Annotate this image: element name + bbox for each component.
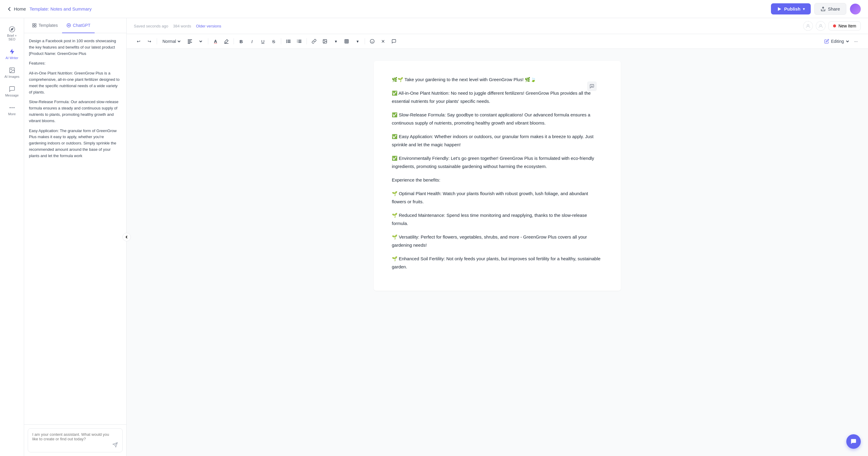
table-dropdown-button[interactable]: ▾ (352, 36, 362, 46)
toolbar-divider-2 (208, 38, 208, 44)
table-icon (344, 39, 349, 44)
strikethrough-button[interactable]: S (269, 36, 278, 46)
publish-button[interactable]: Publish ▾ (771, 3, 811, 15)
chat-input-area (24, 424, 126, 456)
more-options-button[interactable]: ··· (851, 36, 861, 46)
tab-chatgpt[interactable]: ChatGPT (62, 18, 95, 33)
underline-button[interactable]: U (258, 36, 268, 46)
nav-right: Publish ▾ Share (771, 3, 861, 15)
table-button[interactable] (342, 36, 351, 46)
align-chevron-icon (199, 40, 202, 43)
sidebar-label-brief-seo: Brief + SEO (4, 34, 20, 41)
bullet-list-icon (286, 39, 291, 44)
content-text-1: ✅ Slow-Release Formula: Say goodbye to c… (392, 112, 590, 125)
chat-message-0: Design a Facebook post in 100 words show… (29, 38, 121, 57)
svg-point-17 (820, 24, 822, 26)
content-paragraph-7: 🌱 Versatility: Perfect for flowers, vege… (392, 233, 603, 249)
highlight-button[interactable] (221, 36, 231, 46)
image-insert-button[interactable] (320, 36, 330, 46)
svg-point-27 (286, 42, 287, 43)
older-versions-link[interactable]: Older versions (196, 24, 221, 28)
sidebar-item-more[interactable]: More (1, 101, 23, 119)
sidebar-item-message[interactable]: Message (1, 83, 23, 100)
link-button[interactable] (309, 36, 319, 46)
editor-inner[interactable]: 🌿🌱 Take your gardening to the next level… (374, 61, 621, 291)
word-count: 384 words (173, 24, 191, 28)
redo-button[interactable]: ↪ (145, 36, 154, 46)
breadcrumb-link[interactable]: Notes and Summary (50, 6, 92, 11)
numbered-list-button[interactable]: 1.2.3. (294, 36, 304, 46)
image-dropdown-button[interactable]: ▾ (331, 36, 341, 46)
publish-dropdown-arrow: ▾ (803, 7, 805, 11)
svg-rect-9 (33, 24, 34, 25)
bold-button[interactable]: B (236, 36, 246, 46)
templates-tab-label: Templates (38, 23, 58, 28)
chat-text-2: All-in-One Plant Nutrition: GreenGrow Pl… (29, 70, 121, 95)
content-paragraph-2: ✅ Easy Application: Whether indoors or o… (392, 133, 603, 149)
clear-format-icon (381, 39, 385, 44)
chevron-left-icon (7, 7, 12, 11)
panel: Templates ChatGPT Design a Facebook post… (24, 18, 127, 456)
home-button[interactable]: Home (7, 6, 26, 11)
content-text-2: ✅ Easy Application: Whether indoors or o… (392, 134, 593, 147)
toolbar-divider-6 (365, 38, 365, 44)
add-comment-icon[interactable] (587, 81, 597, 91)
panel-wrapper: Templates ChatGPT Design a Facebook post… (24, 18, 127, 456)
sidebar-item-ai-writer[interactable]: AI Writer (1, 45, 23, 63)
edit-icon (824, 39, 829, 44)
svg-rect-12 (35, 26, 36, 27)
compass-icon (9, 26, 16, 33)
svg-rect-24 (287, 40, 290, 40)
highlight-icon (224, 39, 229, 44)
avatar-placeholder-1 (803, 21, 813, 31)
saved-status: Saved seconds ago (134, 24, 168, 28)
content-paragraph-5: 🌱 Optimal Plant Health: Watch your plant… (392, 190, 603, 206)
svg-marker-2 (11, 28, 13, 30)
format-style-label: Normal (162, 39, 176, 44)
sidebar-label-message: Message (5, 93, 19, 97)
svg-rect-28 (287, 42, 290, 43)
chat-send-button[interactable] (111, 440, 119, 449)
chat-text-1: Features: (29, 60, 121, 67)
message-icon (9, 86, 16, 92)
sidebar-item-ai-images[interactable]: AI Images (1, 64, 23, 81)
clear-format-button[interactable] (378, 36, 388, 46)
tab-templates[interactable]: Templates (28, 18, 62, 33)
emoji-button[interactable] (367, 36, 377, 46)
italic-button[interactable]: I (247, 36, 257, 46)
chat-input-wrapper (28, 428, 123, 452)
svg-marker-3 (10, 49, 14, 54)
chat-input[interactable] (32, 432, 110, 446)
format-style-dropdown[interactable]: Normal (159, 38, 184, 45)
bullet-list-button[interactable] (284, 36, 293, 46)
new-item-area: New Item (803, 21, 861, 31)
breadcrumb: Template: Notes and Summary (30, 6, 92, 11)
share-button[interactable]: Share (814, 3, 846, 15)
image-insert-icon (322, 39, 327, 44)
share-label: Share (828, 6, 840, 11)
content-text-3: ✅ Environmentally Friendly: Let's go gre… (392, 155, 594, 169)
content-paragraph-3: ✅ Environmentally Friendly: Let's go gre… (392, 154, 603, 170)
svg-point-36 (324, 40, 324, 41)
align-dropdown-button[interactable] (196, 36, 206, 46)
content-text-8: 🌱 Enhanced Soil Fertility: Not only feed… (392, 256, 600, 269)
send-icon (113, 442, 118, 448)
content-text-6: 🌱 Reduced Maintenance: Spend less time m… (392, 212, 587, 226)
editor-meta: Saved seconds ago 384 words Older versio… (134, 24, 798, 28)
breadcrumb-prefix: Template: (30, 6, 50, 11)
svg-rect-19 (188, 41, 191, 41)
chat-text-3: Slow-Release Formula: Our advanced slow-… (29, 99, 121, 124)
text-color-button[interactable]: A (211, 36, 220, 46)
undo-button[interactable]: ↩ (134, 36, 144, 46)
sidebar-item-brief-seo[interactable]: Brief + SEO (1, 23, 23, 44)
text-align-button[interactable] (185, 36, 195, 46)
comment-button[interactable] (389, 36, 399, 46)
svg-point-8 (13, 107, 14, 108)
sidebar-label-ai-images: AI Images (4, 75, 20, 78)
content-text-4: Experience the benefits: (392, 177, 440, 182)
collapse-panel-button[interactable] (122, 233, 131, 241)
chat-bubble-button[interactable] (846, 434, 861, 449)
publish-label: Publish (784, 6, 801, 11)
user-avatar[interactable] (850, 4, 861, 15)
new-item-button[interactable]: New Item (829, 21, 861, 30)
